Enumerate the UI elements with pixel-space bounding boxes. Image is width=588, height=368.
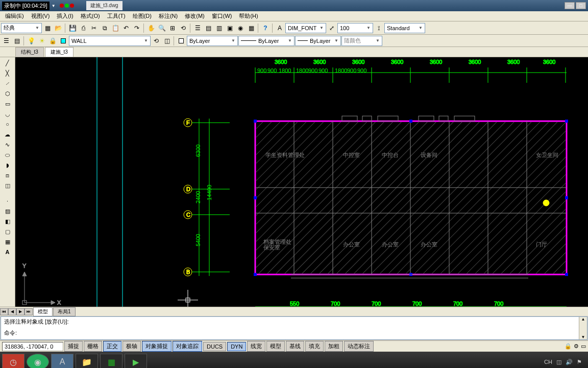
textstyle-combo[interactable]: DIM_FONT▼ xyxy=(285,23,326,33)
command-window[interactable]: 选择注释对象或 [放弃(U)]: 命令: ▲ ▼ xyxy=(1,316,587,340)
layer-on-icon[interactable]: 💡 xyxy=(26,36,36,46)
redo-icon[interactable]: ↷ xyxy=(132,23,142,33)
start-button[interactable]: ◷ xyxy=(2,354,24,368)
grid-toggle[interactable]: 栅格 xyxy=(84,341,102,352)
menu-help[interactable]: 帮助(H) xyxy=(236,11,261,21)
menu-view[interactable]: 视图(V) xyxy=(28,11,53,21)
zoom-prev-icon[interactable]: ⟲ xyxy=(178,23,188,33)
tray-icon[interactable]: ▭ xyxy=(581,343,586,350)
drawing-canvas[interactable]: 3600 3600 3600 3600 3600 3600 3600 3600 … xyxy=(15,57,588,307)
doc-tab-arch[interactable]: 建施_t3 xyxy=(45,47,74,57)
spline-icon[interactable]: ∿ xyxy=(3,140,13,149)
tray-volume-icon[interactable]: 🔊 xyxy=(566,359,573,365)
tray-input-icon[interactable]: CH xyxy=(544,359,552,365)
insert-block-icon[interactable]: ⧈ xyxy=(3,171,13,180)
properties-icon[interactable]: ☰ xyxy=(192,23,203,33)
line-icon[interactable]: ╱ xyxy=(3,58,13,67)
lineweight-combo[interactable]: ByLayer▼ xyxy=(295,36,341,46)
dyn-toggle[interactable]: DYN xyxy=(227,342,246,351)
tab-next-icon[interactable]: ▶ xyxy=(16,308,24,315)
rec-dot-icon[interactable] xyxy=(60,4,64,8)
undo-icon[interactable]: ↶ xyxy=(121,23,131,33)
tab-last-icon[interactable]: ⏭ xyxy=(24,308,33,315)
menu-insert[interactable]: 插入(I) xyxy=(54,11,76,21)
baseline-toggle[interactable]: 基线 xyxy=(286,341,304,352)
color-icon[interactable] xyxy=(176,36,186,46)
layer-color-icon[interactable] xyxy=(58,36,68,46)
table-icon[interactable]: ▦ xyxy=(3,237,13,246)
open-icon[interactable]: 📂 xyxy=(53,23,63,33)
fill-toggle[interactable]: 填充 xyxy=(305,341,324,352)
tab-layout1[interactable]: 布局1 xyxy=(53,307,76,316)
command-scrollbar[interactable]: ▲ ▼ xyxy=(579,317,587,339)
pline-icon[interactable]: ⟋ xyxy=(3,79,13,88)
menu-tools[interactable]: 工具(T) xyxy=(104,11,129,21)
play-dot-icon[interactable] xyxy=(65,4,69,8)
copy-icon[interactable]: ⧉ xyxy=(100,23,110,33)
ortho-toggle[interactable]: 正交 xyxy=(103,341,121,352)
menu-edit[interactable]: 编辑(E) xyxy=(2,11,27,21)
command-prompt[interactable]: 命令: xyxy=(1,328,587,339)
arc-icon[interactable]: ◡ xyxy=(3,109,13,119)
textstyle-icon[interactable]: A xyxy=(275,23,285,33)
design-center-icon[interactable]: ▤ xyxy=(203,23,213,33)
pan-icon[interactable]: ✋ xyxy=(146,23,156,33)
xline-icon[interactable]: ╳ xyxy=(3,68,13,78)
tab-model[interactable]: 模型 xyxy=(33,307,53,316)
dropdown-icon[interactable]: ▼ xyxy=(52,4,56,8)
file-tab[interactable]: 建施_t3.dwg xyxy=(86,1,122,10)
layer-lock-icon[interactable]: 🔒 xyxy=(47,36,58,46)
lwt-toggle[interactable]: 线宽 xyxy=(247,341,265,352)
mtext-icon[interactable]: A xyxy=(3,247,13,257)
task-excel[interactable]: ▦ xyxy=(100,354,122,368)
task-app2[interactable]: ▶ xyxy=(125,354,147,368)
model-toggle[interactable]: 模型 xyxy=(266,341,285,352)
polar-toggle[interactable]: 极轴 xyxy=(122,341,141,352)
layer-states-icon[interactable]: ▤ xyxy=(12,36,22,46)
cut-icon[interactable]: ✂ xyxy=(89,23,99,33)
tray-network-icon[interactable]: ◫ xyxy=(556,359,561,365)
calc-icon[interactable]: ▦ xyxy=(246,23,256,33)
gradient-icon[interactable]: ◧ xyxy=(3,217,13,226)
layer-freeze-icon[interactable]: ☀ xyxy=(37,36,47,46)
menu-draw[interactable]: 绘图(D) xyxy=(130,11,155,21)
circle-icon[interactable]: ○ xyxy=(3,120,13,129)
rectangle-icon[interactable]: ▭ xyxy=(3,99,13,108)
minimize-button[interactable]: — xyxy=(565,2,575,9)
menu-dimension[interactable]: 标注(N) xyxy=(156,11,181,21)
ellipse-icon[interactable]: ⬭ xyxy=(3,150,13,159)
scale-icon[interactable]: ⤢ xyxy=(327,23,337,33)
help-icon[interactable]: ? xyxy=(260,23,271,33)
menu-modify[interactable]: 修改(M) xyxy=(182,11,208,21)
layer-prev-icon[interactable]: ⟲ xyxy=(151,36,161,46)
menu-format[interactable]: 格式(O) xyxy=(78,11,103,21)
task-app1[interactable]: ◉ xyxy=(27,354,49,368)
color-combo[interactable]: ByLayer▼ xyxy=(187,36,238,46)
doc-tab-struct[interactable]: 结构_t3 xyxy=(15,47,44,57)
markup-icon[interactable]: ◉ xyxy=(235,23,246,33)
maximize-button[interactable]: □ xyxy=(576,2,586,9)
print-icon[interactable]: ⎙ xyxy=(78,23,88,33)
ellipse-arc-icon[interactable]: ◗ xyxy=(3,160,13,170)
region-icon[interactable]: ▢ xyxy=(3,227,13,236)
save-icon[interactable]: 💾 xyxy=(67,23,78,33)
menu-window[interactable]: 窗口(W) xyxy=(209,11,235,21)
point-icon[interactable]: · xyxy=(3,196,13,205)
workspace-combo[interactable]: 经典▼ xyxy=(1,23,42,33)
otrack-toggle[interactable]: 对象追踪 xyxy=(173,341,202,352)
ducs-toggle[interactable]: DUCS xyxy=(203,342,226,351)
snap-toggle[interactable]: 捕捉 xyxy=(64,341,83,352)
dynam-dim-toggle[interactable]: 动态标注 xyxy=(344,341,374,352)
layer-manager-icon[interactable]: ☰ xyxy=(1,36,11,46)
polygon-icon[interactable]: ⬡ xyxy=(3,89,13,98)
zoom-window-icon[interactable]: ⊞ xyxy=(167,23,178,33)
layer-combo[interactable]: WALL▼ xyxy=(69,36,151,46)
lock-icon[interactable]: 🔒 xyxy=(565,343,572,350)
bold-toggle[interactable]: 加粗 xyxy=(325,341,343,352)
annotation-scale-icon[interactable]: ⚙ xyxy=(574,343,579,350)
paste-icon[interactable]: 📋 xyxy=(110,23,120,33)
sheet-icon[interactable]: ▣ xyxy=(225,23,235,33)
layer-match-icon[interactable]: ◫ xyxy=(162,36,172,46)
plotcolor-combo[interactable]: 随颜色▼ xyxy=(341,36,382,46)
linetype-combo[interactable]: ByLayer▼ xyxy=(238,36,295,46)
